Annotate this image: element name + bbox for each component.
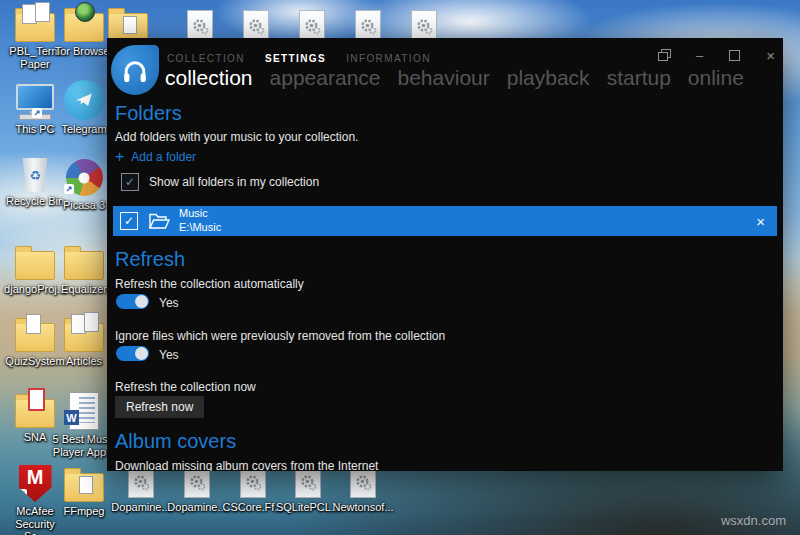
subtab-startup[interactable]: startup — [607, 66, 671, 90]
icon-label: Dopamine... — [167, 501, 226, 514]
shortcut-arrow-icon — [64, 180, 74, 198]
desktop-file-setup-3[interactable] — [280, 2, 344, 42]
icon-label: Equalizer — [61, 283, 107, 296]
icon-label: Tor Browser — [55, 45, 114, 58]
icon-label: Picasa 3 — [63, 199, 105, 212]
picasa-icon — [66, 159, 103, 196]
folder-checkbox-icon[interactable]: ✓ — [120, 212, 138, 230]
desktop: PBL_Term Paper This PC ♻ Recycle Bin dja… — [0, 0, 800, 535]
desktop-file-setup-1[interactable] — [168, 2, 232, 42]
desktop-file-newtonsoft[interactable]: Newtonsof... — [334, 464, 392, 514]
folder-globe-icon — [64, 13, 104, 42]
folders-description: Add folders with your music to your coll… — [115, 130, 358, 144]
open-folder-icon — [147, 210, 171, 232]
icon-label: Telegram — [61, 123, 106, 136]
mini-player-icon[interactable] — [658, 51, 670, 61]
toggle-knob — [135, 295, 148, 308]
folder-icon — [15, 251, 55, 280]
folder-doc-icon — [64, 473, 104, 502]
desktop-file-setup-4[interactable] — [336, 2, 400, 42]
refresh-now-button[interactable]: Refresh now — [115, 396, 204, 418]
main-tabs: COLLECTION SETTINGS INFORMATION — [167, 53, 431, 64]
checkbox-icon[interactable]: ✓ — [121, 173, 139, 191]
album-covers-heading: Album covers — [115, 430, 236, 453]
desktop-file-setup-2[interactable] — [224, 2, 288, 42]
subtab-playback[interactable]: playback — [507, 66, 590, 90]
refresh-auto-label: Refresh the collection automatically — [115, 277, 304, 291]
refresh-auto-toggle[interactable] — [116, 294, 149, 309]
desktop-file-sqlitepcl[interactable]: SQLitePCL... — [279, 464, 337, 514]
folder-name-path: Music E:\Music — [179, 207, 221, 235]
recycle-bin-icon: ♻ — [21, 158, 49, 192]
toggle-knob — [135, 347, 148, 360]
settings-subtabs: collection appearance behaviour playback… — [165, 66, 744, 90]
refresh-auto-state: Yes — [159, 296, 179, 310]
close-button[interactable]: × — [766, 48, 775, 63]
desktop-file-setup-5[interactable] — [392, 2, 456, 42]
shortcut-arrow-icon — [17, 480, 27, 504]
watermark: wsxdn.com — [721, 513, 786, 528]
add-folder-button[interactable]: + Add a folder — [115, 149, 196, 165]
icon-label: Newtonsof... — [332, 501, 393, 514]
subtab-collection[interactable]: collection — [165, 66, 253, 90]
dopamine-settings-window: – × COLLECTION SETTINGS INFORMATION coll… — [107, 38, 783, 471]
album-covers-description: Download missing album covers from the I… — [115, 459, 378, 471]
icon-label: SQLitePCL... — [276, 501, 340, 514]
refresh-heading: Refresh — [115, 248, 185, 271]
desktop-file-dopamine-1[interactable]: Dopamine... — [112, 464, 170, 514]
desktop-file-dopamine-2[interactable]: Dopamine... — [168, 464, 226, 514]
minimize-button[interactable]: – — [696, 49, 703, 62]
icon-label: This PC — [15, 123, 54, 136]
icon-label: SNA — [24, 431, 47, 444]
ignore-files-label: Ignore files which were previously remov… — [115, 329, 445, 343]
subtab-appearance[interactable]: appearance — [270, 66, 381, 90]
desktop-file-cscore[interactable]: CSCore.Ff... — [224, 464, 282, 514]
subtab-online[interactable]: online — [688, 66, 744, 90]
collection-folder-row[interactable]: ✓ Music E:\Music × — [113, 206, 777, 236]
tab-settings[interactable]: SETTINGS — [265, 53, 326, 64]
folder-docs-icon — [64, 323, 104, 352]
folder-card-icon — [15, 399, 55, 428]
subtab-behaviour[interactable]: behaviour — [398, 66, 490, 90]
shortcut-arrow-icon — [32, 104, 42, 122]
folders-heading: Folders — [115, 102, 182, 125]
ignore-files-state: Yes — [159, 348, 179, 362]
icon-label: CSCore.Ff... — [222, 501, 283, 514]
icon-label: Articles — [66, 355, 102, 368]
icon-label: Dopamine... — [111, 501, 170, 514]
show-all-folders-checkbox[interactable]: ✓ Show all folders in my collection — [121, 173, 319, 191]
mcafee-shield-icon: M — [19, 465, 52, 502]
icon-label: FFmpeg — [64, 505, 105, 518]
refresh-now-label: Refresh the collection now — [115, 380, 256, 394]
folder-docs-icon — [15, 13, 55, 42]
telegram-icon — [64, 80, 104, 120]
tab-collection[interactable]: COLLECTION — [167, 53, 245, 64]
word-doc-icon: W — [69, 392, 99, 430]
folder-icon — [64, 251, 104, 280]
remove-folder-icon[interactable]: × — [756, 213, 765, 230]
tab-information[interactable]: INFORMATION — [346, 53, 431, 64]
window-controls: – × — [658, 48, 775, 63]
maximize-button[interactable] — [729, 50, 740, 61]
ignore-files-toggle[interactable] — [116, 346, 149, 361]
folder-icon — [15, 323, 55, 352]
plus-icon: + — [115, 149, 124, 165]
dopamine-logo-icon — [111, 45, 159, 95]
